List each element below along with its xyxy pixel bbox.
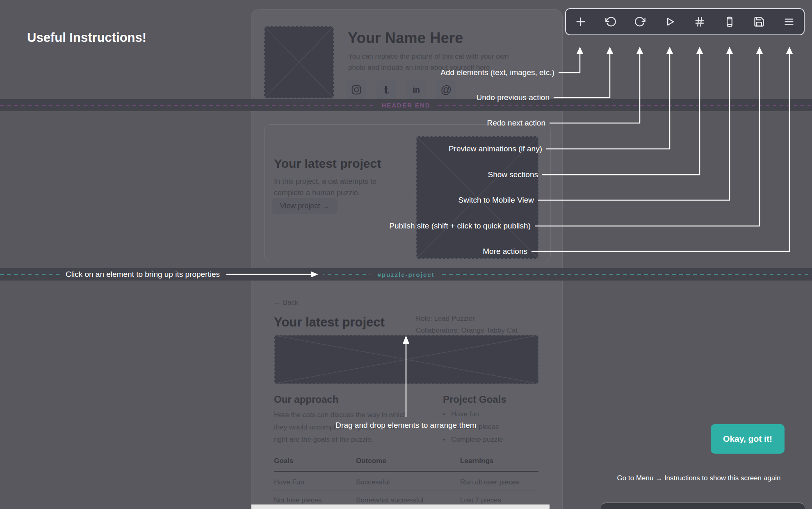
mobile-view-button[interactable]	[715, 9, 745, 34]
add-elements-button[interactable]	[566, 9, 596, 34]
redo-button[interactable]	[625, 9, 655, 34]
tip-drag-drop: Drag and drop elements to arrange them	[335, 421, 476, 430]
table-cell: Not lose pieces	[274, 496, 322, 504]
project-banner-placeholder[interactable]	[274, 335, 538, 384]
linkedin-icon[interactable]: in	[406, 80, 426, 100]
right-arrow-icon	[226, 271, 319, 278]
tumblr-glyph: t	[384, 84, 389, 96]
preview-animations-button[interactable]	[655, 9, 685, 34]
threads-glyph: @	[440, 84, 452, 96]
okay-got-it-button[interactable]: Okay, got it!	[711, 424, 785, 454]
tip-add-elements: Add elements (text, images, etc.)	[440, 67, 554, 78]
project-card-title: Your latest project	[274, 157, 381, 171]
bottom-panel-edge	[601, 502, 805, 509]
hash-icon	[694, 16, 705, 27]
tip-mobile-view: Switch to Mobile View	[458, 195, 534, 205]
goals-heading: Project Goals	[443, 394, 506, 405]
view-project-label: View project →	[280, 202, 330, 210]
divider-dash	[442, 274, 812, 275]
instagram-glyph	[351, 84, 362, 95]
linkedin-glyph: in	[413, 85, 420, 95]
project-detail-title: Your latest project	[274, 315, 385, 330]
tip-publish: Publish site (shift + click to quick pub…	[389, 221, 531, 231]
table-header-goals: Goals	[274, 457, 293, 465]
publish-button[interactable]	[744, 9, 774, 34]
table-row-rule	[274, 491, 538, 491]
table-header-rule	[274, 471, 538, 472]
divider-dash	[438, 105, 812, 106]
undo-icon	[605, 16, 616, 27]
tip-click-element: Click on an element to bring up its prop…	[62, 269, 323, 280]
plus-icon	[575, 16, 586, 27]
goal-label: Complete puzzle	[451, 436, 503, 444]
table-cell: Successful	[356, 478, 390, 486]
back-link[interactable]: ← Back	[274, 297, 299, 308]
puzzle-project-label: #puzzle-project	[377, 271, 434, 278]
header-end-divider: HEADER END	[0, 99, 812, 111]
tip-show-sections: Show sections	[488, 169, 538, 180]
tip-redo: Redo next action	[487, 118, 545, 128]
overlay-title: Useful Instructions!	[27, 30, 146, 45]
tip-click-element-label: Click on an element to bring up its prop…	[66, 270, 220, 279]
site-name-heading: Your Name Here	[348, 30, 463, 47]
page-bottom-edge	[251, 504, 550, 509]
view-project-button[interactable]: View project →	[272, 198, 338, 214]
goal-item: Complete puzzle	[443, 436, 503, 444]
tip-preview-animations: Preview animations (if any)	[449, 144, 542, 154]
more-actions-button[interactable]	[774, 9, 804, 34]
table-header-learnings: Learnings	[460, 457, 493, 465]
goal-item: Have fun	[443, 410, 479, 418]
editor-toolbar	[565, 8, 805, 35]
smartphone-icon	[724, 16, 735, 27]
table-cell: Somewhat successful	[356, 496, 423, 504]
show-sections-button[interactable]	[685, 9, 715, 34]
redo-icon	[634, 16, 646, 27]
project-card-description: In this project, a cat attempts to compl…	[274, 176, 397, 199]
divider-dash	[0, 105, 374, 106]
instagram-icon[interactable]	[347, 80, 366, 100]
play-icon	[664, 16, 676, 27]
tip-more-actions: More actions	[483, 246, 527, 257]
undo-button[interactable]	[596, 9, 626, 34]
approach-heading: Our approach	[274, 394, 338, 405]
project-role: Role: Lead Puzzler	[416, 313, 518, 324]
placeholder-x-icon	[265, 27, 333, 98]
menu-icon	[783, 16, 795, 27]
profile-image-placeholder[interactable]	[264, 26, 334, 98]
save-icon	[753, 16, 765, 27]
reopen-instructions-note: Go to Menu → Instructions to show this s…	[610, 474, 787, 482]
threads-icon[interactable]: @	[436, 80, 456, 100]
table-header-outcome: Outcome	[356, 457, 386, 465]
header-end-label: HEADER END	[381, 102, 430, 109]
tip-undo: Undo previous action	[477, 92, 550, 103]
table-cell: Ran all over pieces	[460, 478, 520, 486]
goal-label: Have fun	[451, 410, 479, 418]
tumblr-icon[interactable]: t	[376, 80, 396, 100]
table-cell: Lost 7 pieces	[460, 496, 501, 504]
table-cell: Have Fun	[274, 478, 304, 486]
placeholder-x-icon	[275, 336, 538, 383]
